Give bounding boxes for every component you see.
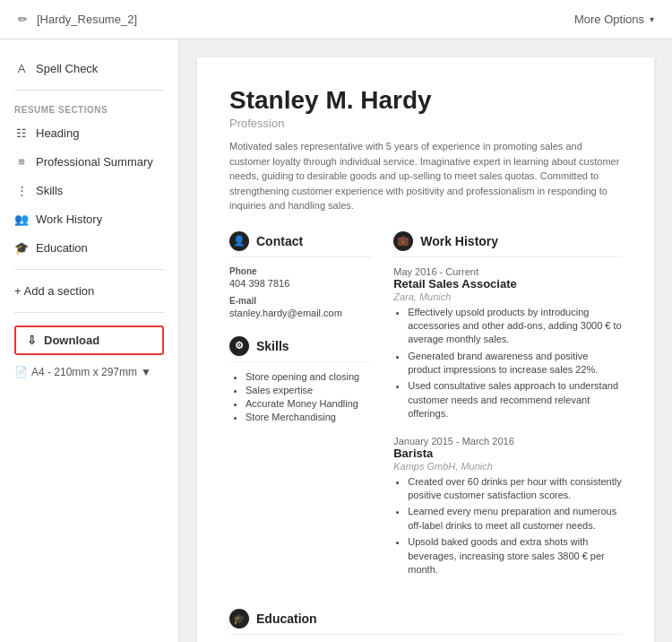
top-bar-title: [Hardy_Resume_2] [18, 13, 137, 26]
phone-label: Phone [229, 266, 372, 276]
resume-name: Stanley M. Hardy [229, 86, 622, 115]
contact-section-title: 👤 Contact [229, 231, 372, 257]
spell-check-icon: A [14, 61, 29, 75]
list-item: Sales expertise [246, 385, 372, 395]
add-section-button[interactable]: + Add a section [0, 277, 178, 305]
list-item: Store opening and closing [246, 371, 372, 382]
work-history-title-label: Work History [420, 234, 498, 248]
list-item: Created over 60 drinks per hour with con… [408, 475, 622, 503]
download-label: Download [44, 334, 99, 347]
page-size-label: A4 - 210mm x 297mm [31, 366, 137, 378]
sidebar-label-work-history: Work History [36, 213, 102, 226]
sidebar-item-spell-check[interactable]: A Spell Check [0, 54, 178, 82]
skills-title-label: Skills [256, 339, 289, 353]
summary-icon: ≡ [14, 154, 29, 169]
education-section: 🎓 Education B. Sc.: Business Administrat… [229, 609, 622, 642]
sidebar: A Spell Check RESUME SECTIONS ☷ Heading … [0, 39, 179, 642]
sidebar-label-education: Education [36, 241, 88, 255]
work-bullets-2: Created over 60 drinks per hour with con… [393, 475, 622, 577]
right-column: 💼 Work History May 2016 - Current Retail… [393, 231, 622, 592]
work-entry-2: January 2015 - March 2016 Barista Kamps … [393, 436, 622, 577]
left-column: 👤 Contact Phone 404 398 7816 E-mail stan… [229, 231, 372, 592]
resume-columns: 👤 Contact Phone 404 398 7816 E-mail stan… [229, 231, 622, 592]
sidebar-label-skills: Skills [36, 184, 63, 197]
sidebar-item-professional-summary[interactable]: ≡ Professional Summary [0, 147, 178, 176]
education-title-label: Education [256, 612, 317, 626]
email-value: stanley.hardy@email.com [229, 308, 372, 318]
pencil-icon [18, 13, 31, 26]
work-date-1: May 2016 - Current [393, 266, 622, 277]
page-size-chevron-icon: ▼ [141, 366, 151, 378]
heading-icon: ☷ [14, 126, 29, 140]
education-section-title: 🎓 Education [229, 609, 622, 635]
sidebar-divider-2 [14, 269, 164, 270]
skills-list: Store opening and closing Sales expertis… [229, 371, 372, 422]
spell-check-label: Spell Check [36, 62, 98, 75]
contact-icon: 👤 [229, 231, 249, 251]
more-options-button[interactable]: More Options [574, 13, 654, 26]
sidebar-item-education[interactable]: 🎓 Education [0, 233, 178, 262]
work-date-2: January 2015 - March 2016 [393, 436, 622, 447]
sidebar-divider-1 [14, 90, 164, 91]
phone-value: 404 398 7816 [229, 278, 372, 289]
education-section-icon: 🎓 [229, 609, 249, 629]
skills-section-title: ⚙ Skills [229, 336, 372, 362]
sidebar-item-skills[interactable]: ⋮ Skills [0, 176, 178, 204]
list-item: Used consultative sales approach to unde… [408, 379, 622, 421]
work-bullets-1: Effectively upsold products by introduci… [393, 306, 622, 421]
work-company-1: Zara, Munich [393, 291, 622, 302]
list-item: Learned every menu preparation and numer… [408, 505, 622, 533]
page-size-selector[interactable]: 📄 A4 - 210mm x 297mm ▼ [0, 360, 178, 384]
email-label: E-mail [229, 296, 372, 306]
sidebar-label-professional-summary: Professional Summary [36, 155, 153, 169]
sidebar-item-heading[interactable]: ☷ Heading [0, 118, 178, 147]
education-icon: 🎓 [14, 240, 29, 255]
resume-summary: Motivated sales representative with 5 ye… [229, 139, 622, 213]
top-bar: [Hardy_Resume_2] More Options [0, 0, 672, 39]
work-title-1: Retail Sales Associate [393, 277, 622, 291]
work-entry-1: May 2016 - Current Retail Sales Associat… [393, 266, 622, 421]
list-item: Accurate Money Handling [246, 398, 372, 409]
contact-title-label: Contact [256, 234, 303, 248]
work-company-2: Kamps GmbH, Munich [393, 461, 622, 472]
sidebar-divider-3 [14, 312, 164, 313]
list-item: Store Merchandising [246, 412, 372, 422]
list-item: Generated brand awareness and positive p… [408, 350, 622, 377]
main-layout: A Spell Check RESUME SECTIONS ☷ Heading … [0, 39, 672, 642]
resume-sections-label: RESUME SECTIONS [0, 98, 178, 118]
resume-paper: Stanley M. Hardy Profession Motivated sa… [197, 57, 654, 642]
skills-section-icon: ⚙ [229, 336, 249, 356]
work-history-section-title: 💼 Work History [393, 231, 622, 257]
skills-icon: ⋮ [14, 183, 29, 197]
resume-profession: Profession [229, 117, 622, 130]
document-title: [Hardy_Resume_2] [37, 13, 137, 26]
sidebar-label-heading: Heading [36, 126, 79, 140]
work-history-icon: 👥 [14, 212, 29, 226]
list-item: Upsold baked goods and extra shots with … [408, 535, 622, 577]
page-icon: 📄 [14, 366, 28, 378]
main-content: Stanley M. Hardy Profession Motivated sa… [179, 39, 672, 642]
work-history-section-icon: 💼 [393, 231, 413, 251]
download-icon: ⇩ [27, 334, 37, 347]
download-button[interactable]: ⇩ Download [14, 325, 164, 355]
sidebar-item-work-history[interactable]: 👥 Work History [0, 204, 178, 233]
work-title-2: Barista [393, 447, 622, 460]
list-item: Effectively upsold products by introduci… [408, 306, 622, 347]
